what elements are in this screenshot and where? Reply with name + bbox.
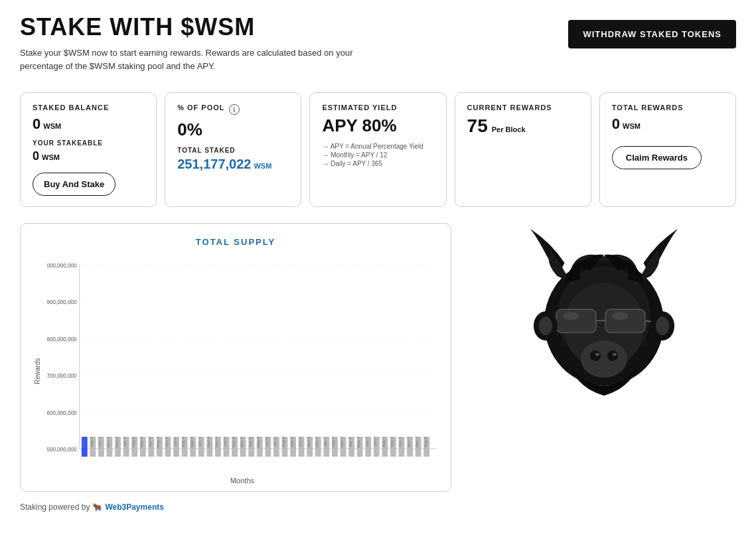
pool-label: % OF POOL <box>177 104 224 112</box>
per-block-label: Per Block <box>492 125 526 133</box>
svg-point-28 <box>613 353 617 356</box>
apy-notes: → APY = Annual Percentage Yield → Monthl… <box>322 143 433 167</box>
total-rewards-label: TOTAL REWARDS <box>612 104 723 112</box>
mascot-area <box>471 223 736 409</box>
footer-text: Staking powered by <box>20 502 90 512</box>
svg-rect-17 <box>605 309 645 333</box>
mascot-image <box>518 223 690 409</box>
pool-info-icon[interactable]: i <box>229 104 240 115</box>
x-axis-label: Months <box>47 477 437 485</box>
total-staked-unit: WSM <box>254 162 271 170</box>
staked-balance-unit: WSM <box>43 122 61 130</box>
stakeable-value: 0 <box>33 149 39 163</box>
total-rewards-card: TOTAL REWARDS 0 WSM Claim Rewards <box>599 92 736 207</box>
page-subtitle: Stake your $WSM now to start earning rew… <box>20 46 392 72</box>
svg-point-25 <box>590 350 601 361</box>
footer: Staking powered by 🐂 Web3Payments <box>20 502 736 512</box>
svg-point-32 <box>656 317 669 335</box>
total-staked-label: TOTAL STAKED <box>177 147 289 154</box>
svg-rect-16 <box>556 309 596 333</box>
stakeable-unit: WSM <box>42 153 60 161</box>
y-axis-label: Rewards <box>34 258 44 485</box>
svg-point-24 <box>581 341 627 378</box>
total-staked-value: 251,177,022 <box>177 157 251 172</box>
yield-card: ESTIMATED YIELD APY 80% → APY = Annual P… <box>309 92 446 207</box>
staked-balance-card: STAKED BALANCE 0 WSM YOUR STAKEABLE 0 WS… <box>20 92 157 207</box>
bottom-section: TOTAL SUPPLY Rewards 2,000,000,000 1,900… <box>20 223 736 492</box>
svg-point-27 <box>595 353 599 356</box>
svg-point-26 <box>607 350 618 361</box>
buy-and-stake-button[interactable]: Buy And Stake <box>33 173 115 196</box>
svg-point-22 <box>612 312 628 320</box>
pool-percent-value: 0% <box>177 119 289 140</box>
staked-balance-label: STAKED BALANCE <box>33 104 144 112</box>
apy-note-2: → Monthly = APY / 12 <box>322 151 433 159</box>
stats-cards-row: STAKED BALANCE 0 WSM YOUR STAKEABLE 0 WS… <box>20 92 736 207</box>
footer-brand: Web3Payments <box>105 502 163 512</box>
svg-point-21 <box>563 312 579 320</box>
yield-label: ESTIMATED YIELD <box>322 104 433 112</box>
apy-value: APY 80% <box>322 115 433 136</box>
withdraw-button[interactable]: WITHDRAW STAKED TOKENS <box>568 20 736 48</box>
staked-balance-value: 0 <box>33 115 40 133</box>
claim-rewards-button[interactable]: Claim Rewards <box>612 146 702 169</box>
current-rewards-label: CURRENT REWARDS <box>467 104 579 112</box>
footer-icon: 🐂 <box>92 502 102 512</box>
stakeable-label: YOUR STAKEABLE <box>33 139 144 147</box>
pool-percent-card: % OF POOL i 0% TOTAL STAKED 251,177,022 … <box>165 92 301 207</box>
chart-title: TOTAL SUPPLY <box>34 237 437 247</box>
chart-container: TOTAL SUPPLY Rewards 2,000,000,000 1,900… <box>20 223 451 492</box>
chart-inner: 2,000,000,000 1,900,000,000 1,800,000,00… <box>47 258 437 485</box>
svg-point-30 <box>539 317 552 335</box>
total-rewards-value: 0 <box>612 115 620 133</box>
apy-note-1: → APY = Annual Percentage Yield <box>322 143 433 150</box>
current-rewards-value: 75 <box>467 115 488 137</box>
apy-note-3: → Daily = APY / 365 <box>322 160 433 167</box>
total-rewards-unit: WSM <box>623 122 641 130</box>
page-title: STAKE WITH $WSM <box>20 13 392 41</box>
bar-chart-canvas <box>47 258 432 457</box>
current-rewards-card: CURRENT REWARDS 75 Per Block <box>455 92 591 207</box>
